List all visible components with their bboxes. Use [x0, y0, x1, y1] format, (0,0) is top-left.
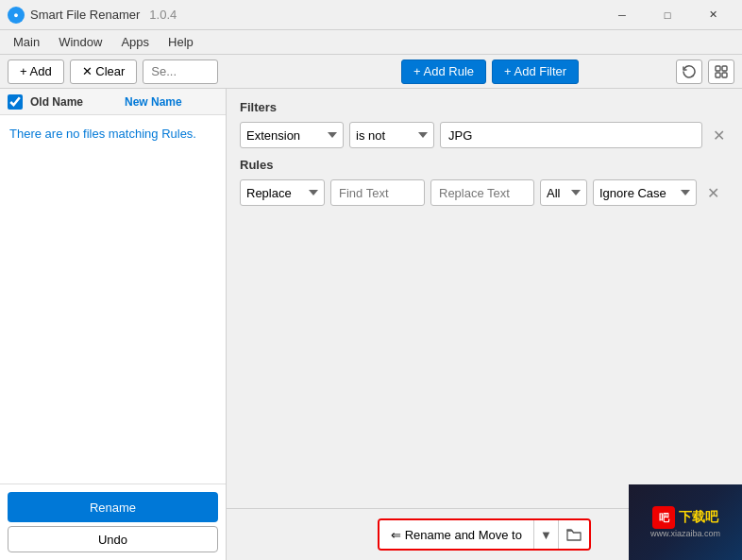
- rename-move-dropdown-button[interactable]: ▼: [534, 520, 559, 549]
- left-panel: Old Name New Name There are no files mat…: [0, 89, 227, 560]
- toolbar: + Add ✕ Clear + Add Rule + Add Filter: [0, 55, 742, 89]
- filter-remove-button[interactable]: ✕: [708, 125, 729, 145]
- filter-operator-select[interactable]: is not is contains: [349, 122, 434, 148]
- right-panel: Filters Extension is not is contains ✕ R…: [227, 89, 742, 560]
- titlebar: ● Smart File Renamer 1.0.4 ─ □ ✕: [0, 0, 742, 30]
- menu-main[interactable]: Main: [4, 33, 49, 51]
- col-old-name-header: Old Name: [30, 95, 125, 109]
- settings-icon-button[interactable]: [708, 59, 734, 84]
- select-all-checkbox[interactable]: [8, 94, 23, 110]
- filter-row: Extension is not is contains ✕: [240, 122, 729, 148]
- add-rule-button[interactable]: + Add Rule: [401, 59, 486, 84]
- rule-remove-button[interactable]: ✕: [702, 182, 723, 203]
- window-controls: ─ □ ✕: [600, 0, 734, 30]
- watermark: 吧 下载吧 www.xiazaiba.com: [629, 484, 742, 560]
- svg-rect-2: [716, 73, 720, 77]
- minimize-button[interactable]: ─: [600, 0, 644, 30]
- svg-rect-3: [722, 73, 727, 77]
- main-layout: Old Name New Name There are no files mat…: [0, 89, 742, 560]
- find-text-input[interactable]: [330, 179, 425, 206]
- file-list-empty-message: There are no files matching Rules.: [0, 115, 226, 484]
- rule-type-select[interactable]: Replace Add Remove: [240, 179, 325, 206]
- maximize-button[interactable]: □: [646, 0, 689, 30]
- col-new-name-header: New Name: [125, 95, 210, 109]
- rules-section-label: Rules: [240, 158, 729, 172]
- filter-value-input[interactable]: [440, 122, 702, 148]
- rule-row: Replace Add Remove All First Last Ignore…: [240, 179, 729, 206]
- replace-text-input[interactable]: [430, 179, 534, 206]
- refresh-icon-button[interactable]: [676, 59, 702, 84]
- menu-help[interactable]: Help: [159, 33, 203, 51]
- undo-button[interactable]: Undo: [8, 526, 218, 552]
- close-button[interactable]: ✕: [691, 0, 734, 30]
- add-filter-button[interactable]: + Add Filter: [492, 59, 579, 84]
- file-list-header: Old Name New Name: [0, 89, 226, 115]
- clear-button[interactable]: ✕ Clear: [70, 59, 138, 84]
- rules-area: Filters Extension is not is contains ✕ R…: [227, 89, 742, 508]
- add-button[interactable]: + Add: [8, 59, 64, 84]
- svg-rect-0: [716, 66, 720, 71]
- filter-field-select[interactable]: Extension: [240, 122, 344, 148]
- rename-button[interactable]: Rename: [8, 492, 218, 522]
- rename-move-button[interactable]: ⇐ Rename and Move to: [379, 520, 534, 549]
- menubar: Main Window Apps Help: [0, 30, 742, 55]
- menu-apps[interactable]: Apps: [111, 33, 159, 51]
- left-panel-footer: Rename Undo: [0, 484, 226, 560]
- rename-move-folder-button[interactable]: [559, 520, 589, 549]
- rule-scope-select[interactable]: All First Last: [540, 179, 587, 206]
- svg-rect-1: [722, 66, 727, 71]
- app-icon: ●: [8, 7, 25, 24]
- rename-move-group: ⇐ Rename and Move to ▼: [378, 518, 591, 551]
- menu-window[interactable]: Window: [49, 33, 111, 51]
- rule-option-select[interactable]: Ignore Case Match Case: [593, 179, 697, 206]
- filters-section-label: Filters: [240, 100, 729, 114]
- app-title: Smart File Renamer 1.0.4: [30, 8, 600, 22]
- search-input[interactable]: [143, 59, 218, 84]
